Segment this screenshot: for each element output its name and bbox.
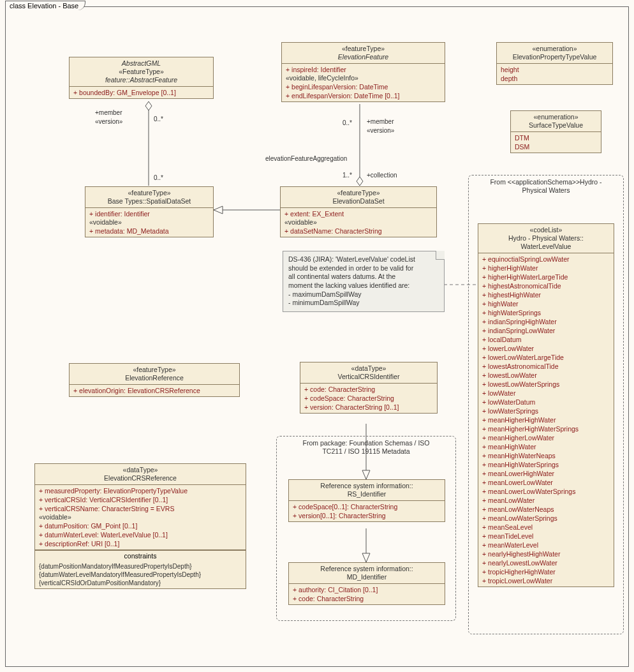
- class-spatial-data-set: «featureType» Base Types::SpatialDataSet…: [85, 186, 214, 237]
- class-super: AbstractGML: [73, 59, 209, 68]
- codelist-value: + lowestLowWaterSprings: [482, 380, 610, 389]
- class-name: Reference system information::: [293, 482, 441, 490]
- enum-value: depth: [501, 74, 608, 83]
- codelist-value: + meanLowerHighWater: [482, 469, 610, 478]
- note-line: - minimumDamSpillWay: [288, 299, 439, 308]
- frame-title-tab: class Elevation - Base: [5, 1, 85, 10]
- class-stereotype: «dataType»: [304, 364, 433, 373]
- class-attr: + verticalCRSId: VerticalCRSIdentifier […: [39, 495, 242, 504]
- class-attr: + code: CharacterString: [293, 594, 441, 603]
- class-substereo: «voidable»: [39, 513, 242, 521]
- class-attr: + version: CharacterString [0..1]: [304, 403, 433, 412]
- assoc-version: «version»: [367, 127, 394, 134]
- codelist-value: + nearlyHighestHighWater: [482, 549, 610, 558]
- pkg-label-line: Physical Waters: [522, 186, 570, 194]
- enum-value: DSM: [515, 142, 597, 151]
- assoc-mult: 0..*: [154, 116, 163, 123]
- codelist-value: + lowWater: [482, 389, 610, 398]
- class-name: ElevationPropertyTypeValue: [501, 53, 608, 61]
- enum-value: DTM: [515, 133, 597, 142]
- codelist-value: + lowestAstronomicalTide: [482, 362, 610, 371]
- note-line: moment the lacking values identified are…: [288, 281, 439, 290]
- codelist-value: + tropicLowerLowWater: [482, 576, 610, 585]
- assoc-mult: 0..*: [154, 174, 163, 181]
- pkg-label-line: TC211 / ISO 19115 Metadata: [322, 447, 409, 455]
- class-stereotype: «FeatureType»: [73, 68, 209, 76]
- class-stereotype: «featureType»: [286, 45, 441, 53]
- class-substereo: «voidable»: [284, 218, 432, 227]
- codelist-value: + indianSpringLowWater: [482, 326, 610, 335]
- class-name: ElevationCRSReference: [39, 474, 242, 482]
- class-enum-elev-prop: «enumeration» ElevationPropertyTypeValue…: [496, 42, 613, 85]
- note-line: all continental waters datums. At the: [288, 273, 439, 281]
- codelist-value: + lowWaterDatum: [482, 398, 610, 407]
- class-attr: + version[0..1]: CharacterString: [293, 511, 441, 520]
- class-stereotype: «codeList»: [482, 226, 610, 234]
- water-level-list: + equinoctialSpringLowWater+ higherHighW…: [478, 253, 614, 586]
- codelist-value: + meanHigherHighWaterSprings: [482, 424, 610, 433]
- class-attr: + elevationOrigin: ElevationCRSReference: [73, 386, 235, 395]
- class-attr: + inspireId: Identifier: [286, 65, 441, 74]
- constraints-header: constraints: [35, 550, 246, 561]
- class-name: SurfaceTypeValue: [515, 121, 597, 130]
- class-md-identifier: Reference system information:: MD_Identi…: [288, 562, 445, 605]
- class-substereo: «voidable, lifeCycleInfo»: [286, 74, 441, 82]
- codelist-value: + meanLowerLowWater: [482, 478, 610, 487]
- frame-title: class Elevation - Base: [10, 2, 78, 10]
- codelist-value: + meanHigherLowWater: [482, 433, 610, 442]
- class-attr: + code: CharacterString: [304, 385, 433, 394]
- class-enum-surface: «enumeration» SurfaceTypeValue DTM DSM: [510, 110, 601, 153]
- class-substereo: «voidable»: [89, 218, 209, 227]
- codelist-value: + meanLowerLowWaterSprings: [482, 487, 610, 496]
- assoc-member: +member: [95, 109, 122, 116]
- class-name: MD_Identifier: [293, 573, 441, 581]
- assoc-collection: +collection: [367, 172, 397, 179]
- class-elevation-reference: «featureType» ElevationReference + eleva…: [69, 363, 240, 397]
- class-attr: + endLifespanVersion: DateTime [0..1]: [286, 91, 441, 100]
- class-attr: + datumWaterLevel: WaterLevelValue [0..1…: [39, 530, 242, 539]
- pkg-label-line: From <<applicationSchema>>Hydro -: [490, 178, 601, 186]
- codelist-value: + lowestLowWater: [482, 371, 610, 380]
- pkg-label-line: From package: Foundation Schemas / ISO: [302, 439, 429, 447]
- codelist-value: + higherHighWaterLargeTide: [482, 273, 610, 281]
- class-elevation-data-set: «featureType» ElevationDataSet + extent:…: [280, 186, 437, 237]
- codelist-value: + nearlyLowestLowWater: [482, 558, 610, 567]
- codelist-value: + meanHighWater: [482, 442, 610, 451]
- class-name: Base Types::SpatialDataSet: [89, 197, 209, 205]
- codelist-value: + indianSpringHighWater: [482, 317, 610, 326]
- codelist-value: + meanLowWaterNeaps: [482, 505, 610, 514]
- codelist-value: + higherHighWater: [482, 264, 610, 273]
- enum-value: height: [501, 65, 608, 74]
- codelist-value: + meanWaterLevel: [482, 541, 610, 549]
- note-line: should be extended in order to be valid …: [288, 264, 439, 273]
- class-attr: + authority: CI_Citation [0..1]: [293, 585, 441, 594]
- assoc-mult: 1..*: [343, 172, 352, 179]
- class-stereotype: «featureType»: [73, 366, 235, 374]
- class-attr: + beginLifespanVersion: DateTime: [286, 82, 441, 91]
- note-fold-icon: [436, 251, 445, 260]
- codelist-value: + lowerLowWaterLargeTide: [482, 353, 610, 362]
- codelist-value: + highWaterSprings: [482, 308, 610, 317]
- class-attr: + verticalCRSName: CharacterString = EVR…: [39, 504, 242, 513]
- class-constraint: {datumPositionMandatoryIfMeasuredPropert…: [39, 562, 242, 571]
- class-stereotype: «featureType»: [89, 189, 209, 197]
- class-attr: + identifier: Identifier: [89, 209, 209, 218]
- codelist-value: + meanTideLevel: [482, 532, 610, 541]
- assoc-agg: elevationFeatureAggregation: [265, 155, 347, 162]
- class-attr: + datumPosition: GM_Point [0..1]: [39, 521, 242, 530]
- codelist-value: + meanSeaLevel: [482, 523, 610, 532]
- assoc-version: «version»: [95, 118, 122, 125]
- class-elevation-feature: «featureType» ElevationFeature + inspire…: [281, 42, 445, 102]
- codelist-value: + tropicHigherHighWater: [482, 567, 610, 576]
- class-attr: + boundedBy: GM_Envelope [0..1]: [73, 88, 209, 97]
- class-name: VerticalCRSIdentifier: [304, 373, 433, 381]
- codelist-value: + localDatum: [482, 335, 610, 344]
- class-name: Reference system information::: [293, 565, 441, 573]
- class-attr: + descriptionRef: URI [0..1]: [39, 539, 242, 548]
- diagram-note: DS-436 (JIRA): 'WaterLevelValue' codeLis…: [283, 251, 445, 312]
- class-stereotype: «enumeration»: [501, 45, 608, 53]
- class-name: Hydro - Physical Waters::: [482, 234, 610, 243]
- codelist-value: + meanHigherHighWater: [482, 415, 610, 424]
- codelist-value: + lowWaterSprings: [482, 407, 610, 415]
- class-name: WaterLevelValue: [482, 243, 610, 251]
